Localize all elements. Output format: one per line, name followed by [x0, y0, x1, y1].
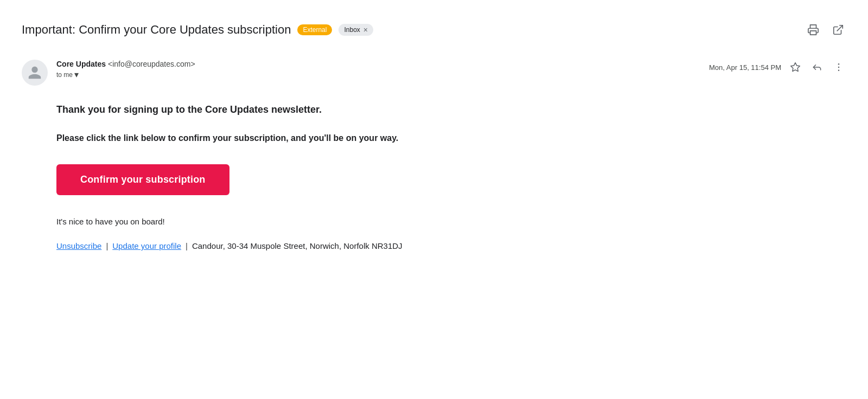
email-body-subtext: Please click the link below to confirm y…	[56, 132, 846, 145]
svg-rect-0	[810, 31, 816, 35]
badge-inbox: Inbox ×	[339, 24, 373, 36]
unsubscribe-link[interactable]: Unsubscribe	[56, 241, 101, 250]
confirm-subscription-button[interactable]: Confirm your subscription	[56, 164, 229, 195]
email-subject-title: Important: Confirm your Core Updates sub…	[22, 23, 291, 37]
badge-inbox-close-icon[interactable]: ×	[363, 25, 368, 34]
nice-to-have-text: It's nice to have you on board!	[56, 217, 846, 226]
footer-separator-1: |	[106, 241, 108, 250]
sender-info: Core Updates <info@coreupdates.com> to m…	[56, 60, 700, 80]
more-options-button[interactable]	[831, 60, 846, 75]
sender-name-row: Core Updates <info@coreupdates.com>	[56, 60, 700, 68]
reply-icon	[812, 62, 822, 73]
sender-avatar	[22, 60, 48, 86]
chevron-down-icon: ▾	[74, 69, 79, 80]
email-date: Mon, Apr 15, 11:54 PM	[709, 63, 781, 72]
star-icon	[790, 62, 801, 73]
email-subject-row: Important: Confirm your Core Updates sub…	[22, 13, 846, 49]
footer-address: Candour, 30-34 Muspole Street, Norwich, …	[192, 241, 403, 250]
badge-inbox-label: Inbox	[344, 26, 360, 34]
avatar-person-icon	[27, 65, 42, 80]
email-footer: Unsubscribe | Update your profile | Cand…	[56, 241, 846, 250]
star-button[interactable]	[788, 60, 803, 75]
print-icon	[807, 24, 819, 36]
open-external-button[interactable]	[830, 22, 846, 38]
sender-name: Core Updates	[56, 60, 106, 68]
footer-separator-2: |	[186, 241, 188, 250]
svg-point-4	[838, 67, 840, 68]
header-actions	[805, 22, 846, 38]
svg-line-1	[837, 25, 843, 31]
email-body-heading: Thank you for signing up to the Core Upd…	[56, 103, 846, 117]
to-me-row[interactable]: to me ▾	[56, 69, 700, 80]
sender-row: Core Updates <info@coreupdates.com> to m…	[22, 49, 846, 99]
svg-marker-2	[791, 63, 800, 72]
more-vertical-icon	[833, 62, 844, 73]
reply-button[interactable]	[809, 60, 825, 75]
to-me-label: to me	[56, 71, 73, 79]
svg-point-5	[838, 70, 840, 72]
email-body: Thank you for signing up to the Core Upd…	[22, 99, 846, 250]
badge-external: External	[297, 24, 332, 35]
sender-meta-right: Mon, Apr 15, 11:54 PM	[709, 60, 846, 75]
svg-point-3	[838, 63, 840, 65]
update-profile-link[interactable]: Update your profile	[112, 241, 181, 250]
print-button[interactable]	[805, 22, 821, 38]
sender-email: <info@coreupdates.com>	[108, 60, 195, 68]
open-external-icon	[832, 24, 844, 36]
